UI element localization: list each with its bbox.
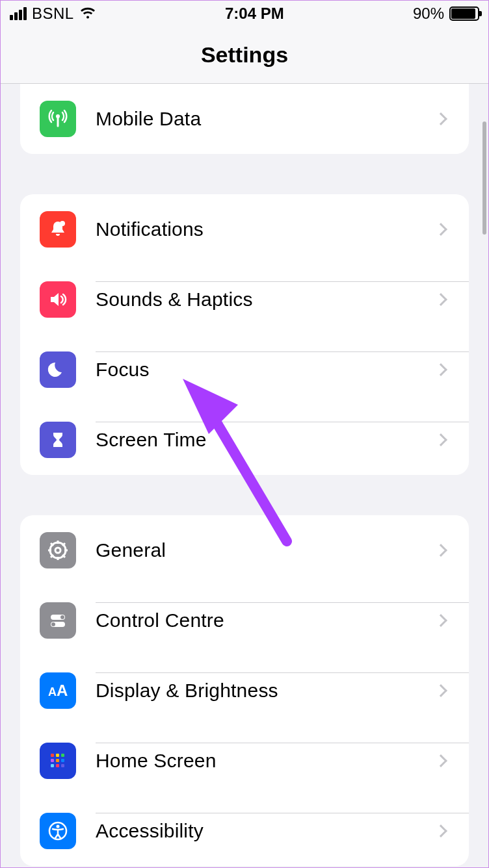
- row-label: Home Screen: [96, 750, 217, 772]
- chevron-right-icon: [434, 363, 447, 376]
- row-label: Display & Brightness: [96, 680, 278, 702]
- row-sounds-haptics[interactable]: Sounds & Haptics: [20, 264, 469, 335]
- moon-icon: [40, 351, 76, 388]
- row-label: Control Centre: [96, 609, 224, 632]
- row-label: Focus: [96, 359, 150, 381]
- svg-text:A: A: [57, 682, 68, 699]
- svg-rect-22: [56, 759, 59, 762]
- status-left: BSNL: [10, 5, 96, 23]
- chevron-right-icon: [434, 614, 447, 627]
- row-focus[interactable]: Focus: [20, 335, 469, 405]
- gear-icon: [40, 532, 76, 568]
- row-control-centre[interactable]: Control Centre: [20, 585, 469, 656]
- svg-point-15: [51, 622, 55, 626]
- chevron-right-icon: [434, 824, 447, 837]
- chevron-right-icon: [434, 544, 447, 557]
- svg-rect-21: [51, 759, 54, 762]
- row-screen-time[interactable]: Screen Time: [20, 405, 469, 475]
- row-mobile-data[interactable]: Mobile Data: [20, 84, 469, 154]
- row-general[interactable]: General: [20, 515, 469, 585]
- antenna-icon: [40, 101, 76, 137]
- nav-bar: Settings: [1, 27, 488, 84]
- settings-group: Notifications Sounds & Haptics Focus: [20, 194, 469, 475]
- wifi-icon: [79, 7, 96, 20]
- hourglass-icon: [40, 422, 76, 458]
- row-label: Sounds & Haptics: [96, 288, 253, 311]
- svg-rect-24: [51, 764, 54, 767]
- battery-percent-label: 90%: [413, 5, 444, 23]
- svg-rect-20: [61, 754, 64, 757]
- scroll-indicator: [482, 121, 486, 235]
- svg-rect-19: [56, 754, 59, 757]
- battery-icon: [449, 6, 479, 21]
- page-title: Settings: [201, 42, 288, 68]
- settings-list: Mobile Data Notifications Sounds & Hapti…: [1, 84, 488, 867]
- svg-text:A: A: [48, 685, 57, 698]
- chevron-right-icon: [434, 293, 447, 306]
- settings-group: General Control Centre AA Display & Brig…: [20, 515, 469, 866]
- carrier-label: BSNL: [32, 5, 74, 23]
- row-notifications[interactable]: Notifications: [20, 194, 469, 264]
- accessibility-icon: [40, 813, 76, 849]
- status-bar: BSNL 7:04 PM 90%: [1, 1, 488, 27]
- status-right: 90%: [413, 5, 479, 23]
- svg-point-28: [57, 825, 60, 828]
- svg-point-13: [60, 615, 64, 619]
- bell-icon: [40, 211, 76, 248]
- row-display-brightness[interactable]: AA Display & Brightness: [20, 656, 469, 726]
- svg-point-1: [60, 221, 65, 226]
- row-label: General: [96, 539, 166, 561]
- status-time: 7:04 PM: [225, 5, 284, 23]
- app-grid-icon: [40, 743, 76, 779]
- toggles-icon: [40, 602, 76, 639]
- chevron-right-icon: [434, 684, 447, 697]
- chevron-right-icon: [434, 112, 447, 125]
- settings-group: Mobile Data: [20, 84, 469, 154]
- row-label: Screen Time: [96, 429, 207, 451]
- text-size-icon: AA: [40, 672, 76, 709]
- row-home-screen[interactable]: Home Screen: [20, 726, 469, 796]
- chevron-right-icon: [434, 754, 447, 767]
- svg-rect-23: [61, 759, 64, 762]
- svg-rect-25: [56, 764, 59, 767]
- svg-point-3: [55, 548, 60, 553]
- chevron-right-icon: [434, 433, 447, 446]
- row-label: Notifications: [96, 218, 204, 240]
- row-accessibility[interactable]: Accessibility: [20, 796, 469, 866]
- row-label: Mobile Data: [96, 108, 201, 130]
- svg-rect-26: [61, 764, 64, 767]
- chevron-right-icon: [434, 223, 447, 236]
- speaker-icon: [40, 281, 76, 318]
- row-label: Accessibility: [96, 820, 204, 842]
- cellular-signal-icon: [10, 7, 27, 20]
- svg-rect-18: [51, 754, 54, 757]
